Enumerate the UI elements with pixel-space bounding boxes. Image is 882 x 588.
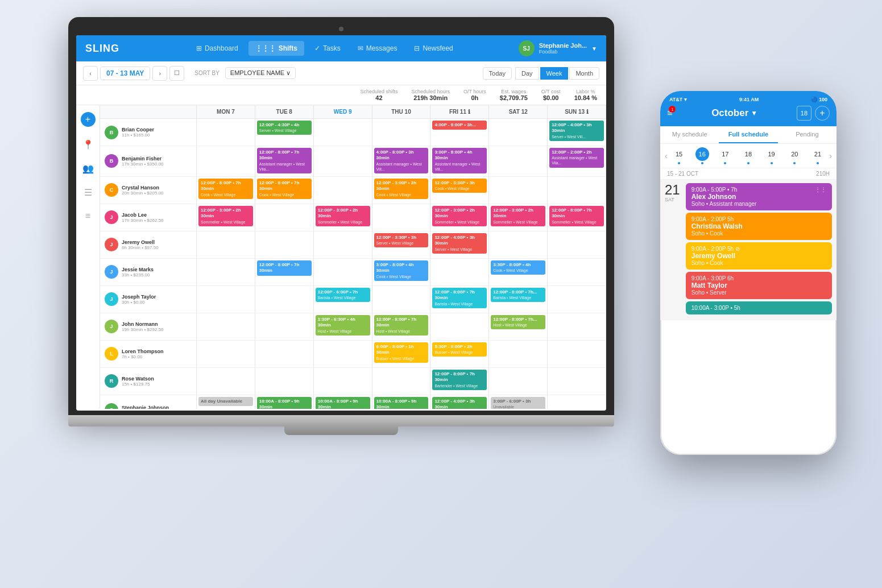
shift-block-7-3[interactable]: 12:00P - 8:00P • 7h 30minHost • West Vil… xyxy=(374,315,429,336)
emp-name-0: Brian Cooper xyxy=(122,127,154,132)
next-week-button[interactable]: › xyxy=(152,66,167,81)
shift-cell-3-0: 12:00P - 3:00P • 2h 30minSommelier • Wes… xyxy=(197,204,255,231)
shift-block-0-6[interactable]: 12:00P - 4:00P • 3h 30minServer • West V… xyxy=(549,121,604,141)
phone-day-16[interactable]: 16 xyxy=(695,147,709,164)
shift-block-6-4[interactable]: 12:00P - 8:00P • 7h 30minBarista • West … xyxy=(432,288,487,308)
shift-block-10-2[interactable]: 10:00A - 8:00P • 9h 30minAssistant manag… xyxy=(316,397,370,409)
shift-block-2-3[interactable]: 12:00P - 3:00P • 2h 30minCook • West Vil… xyxy=(374,179,429,199)
emp-name-8: Loren Thompson xyxy=(122,349,164,354)
phone-day-20[interactable]: 20 xyxy=(788,147,801,164)
shift-block-1-4[interactable]: 3:00P - 8:00P • 4h 30minAssistant manage… xyxy=(432,148,487,173)
phone-filter-btn[interactable]: ≡ 1 xyxy=(667,108,672,118)
phone-day-18[interactable]: 18 xyxy=(742,147,755,164)
shift-block-4-3[interactable]: 12:00P - 3:30P • 3hServer • West Village xyxy=(374,233,429,247)
shift-cell-6-1 xyxy=(255,286,314,313)
shift-cell-10-4: 12:00P - 4:00P • 3h 30minAssistant manag… xyxy=(430,395,489,409)
shift-block-3-4[interactable]: 12:00P - 3:00P • 2h 30minSommelier • Wes… xyxy=(432,206,487,226)
date-range[interactable]: 07 - 13 MAY xyxy=(100,67,150,80)
phone-day-15[interactable]: 15 xyxy=(672,147,686,164)
nav-shifts[interactable]: ⋮⋮⋮ Shifts xyxy=(249,41,304,56)
shift-block-7-5[interactable]: 12:00P - 8:00P • 7h...Host • West Villag… xyxy=(491,315,545,329)
phone-schedule-area: 21 SAT 9:00A - 5:00P • 7h⋮⋮ Alex Johnson… xyxy=(660,180,837,320)
shift-block-10-4[interactable]: 12:00P - 4:00P • 3h 30minAssistant manag… xyxy=(432,397,487,409)
shift-block-9-4[interactable]: 12:00P - 8:00P • 7h 30minBartender • Wes… xyxy=(432,370,487,390)
schedule-grid: MON 7 TUE 8 WED 9 THU 10 FRI 11 ℹ SAT 12… xyxy=(100,105,606,409)
shift-block-6-5[interactable]: 12:00P - 8:00P • 7h...Barista • West Vil… xyxy=(491,288,545,302)
shift-block-4-4[interactable]: 12:00P - 4:00P • 3h 30minServer • West V… xyxy=(432,233,487,254)
emp-avatar-0: B xyxy=(105,126,118,139)
nav-newsfeed[interactable]: ⊟ Newsfeed xyxy=(407,41,459,56)
shift-block-2-1[interactable]: 12:00P - 8:00P • 7h 30minCook • West Vil… xyxy=(257,179,312,199)
phone-month-label: October xyxy=(711,107,748,119)
shift-block-1-3[interactable]: 4:00P - 8:00P • 3h 30minAssistant manage… xyxy=(374,148,429,173)
shift-block-1-6[interactable]: 12:00P - 2:00P • 2hAssistant manager • W… xyxy=(549,148,604,168)
stat-scheduled-shifts: Scheduled shifts 42 xyxy=(360,89,397,101)
phone-day-21[interactable]: 21 xyxy=(811,147,825,164)
tab-pending[interactable]: Pending xyxy=(778,126,837,143)
filter-icon[interactable]: ≡ xyxy=(80,208,97,225)
shift-card-2[interactable]: 9:00A - 2:00P 5h ⊘ Jeremy Owell Soho • C… xyxy=(686,242,832,270)
add-shift-button[interactable]: + xyxy=(81,112,96,127)
month-button[interactable]: Month xyxy=(569,67,599,80)
tab-full-schedule[interactable]: Full schedule xyxy=(719,126,777,143)
shift-block-8-4[interactable]: 5:30P - 8:00P • 2hBusser • West Village xyxy=(432,342,487,357)
today-button[interactable]: Today xyxy=(483,67,512,80)
next-week-icon[interactable]: › xyxy=(829,151,832,160)
phone-week-nav: ‹ 15 16 17 18 19 xyxy=(660,144,837,168)
shift-card-1[interactable]: 9:00A - 2:00P 5h Christina Walsh Soho • … xyxy=(686,213,832,240)
shift-block-10-5[interactable]: 3:00P - 6:00P • 3hUnavailable xyxy=(491,397,545,409)
shift-block-1-1[interactable]: 12:00P - 8:00P • 7h 30minAssistant manag… xyxy=(257,148,312,173)
shift-block-10-0[interactable]: All day Unavailable xyxy=(198,397,253,406)
tab-my-schedule[interactable]: My schedule xyxy=(660,126,719,143)
shift-cell-9-1 xyxy=(255,368,314,395)
shift-card-0[interactable]: 9:00A - 5:00P • 7h⋮⋮ Alex Johnson Soho •… xyxy=(686,183,832,210)
shift-block-5-3[interactable]: 3:00P - 8:00P • 4h 30minCook • West Vill… xyxy=(374,260,429,281)
phone-day-17[interactable]: 17 xyxy=(718,147,732,164)
shift-block-2-4[interactable]: 12:00P - 3:30P • 3hCook • West Village xyxy=(432,179,487,193)
calendar-button[interactable]: ☐ xyxy=(169,66,184,81)
emp-avatar-1: B xyxy=(105,154,118,168)
people-icon[interactable]: 👥 xyxy=(80,160,97,177)
prev-week-button[interactable]: ‹ xyxy=(83,66,98,81)
sort-dropdown[interactable]: EMPLOYEE NAME ∨ xyxy=(225,67,296,79)
shift-block-10-1[interactable]: 10:00A - 8:00P • 9h 30minAssistant manag… xyxy=(257,397,312,409)
shift-block-0-4[interactable]: 4:00P - 8:00P • 3h... xyxy=(432,121,487,130)
emp-info-0: Brian Cooper 11h • $165.00 xyxy=(122,127,154,138)
shift-block-2-0[interactable]: 12:00P - 8:00P • 7h 30minCook • West Vil… xyxy=(198,179,253,199)
shift-block-3-6[interactable]: 12:00P - 8:00P • 7h 30minSommelier • Wes… xyxy=(549,206,604,226)
shift-block-0-1[interactable]: 12:00P - 4:30P • 4hServer • West Village xyxy=(257,121,312,135)
nav-messages[interactable]: ✉ Messages xyxy=(351,41,404,56)
nav-dashboard[interactable]: ⊞ Dashboard xyxy=(189,41,245,56)
shift-block-5-5[interactable]: 3:30P - 8:00P • 4hCook • West Village xyxy=(491,260,545,275)
shift-block-3-5[interactable]: 12:00P - 3:00P • 2h 30minSommelier • Wes… xyxy=(491,206,545,226)
shift-block-7-2[interactable]: 1:30P - 6:30P • 4h 30minHost • West Vill… xyxy=(316,315,370,336)
nav-tasks[interactable]: ✓ Tasks xyxy=(308,41,347,56)
shift-block-3-0[interactable]: 12:00P - 3:00P • 2h 30minSommelier • Wes… xyxy=(198,206,253,226)
phone-day-19[interactable]: 19 xyxy=(765,147,779,164)
week-button[interactable]: Week xyxy=(540,67,569,80)
shift-card-4[interactable]: 10:00A - 3:00P • 5h xyxy=(686,301,832,314)
phone-month-row: ≡ 1 October ▼ 18 + xyxy=(667,106,830,121)
phone-frame: AT&T ▾ 9:41 AM 🔵 100 ≡ 1 October ▼ 18 + xyxy=(660,91,837,455)
shift-card-3[interactable]: 9:00A - 3:00P 6h Matt Taylor Soho • Serv… xyxy=(686,272,832,299)
emp-info-1: Benjamin Fisher 17h 30min • $350.00 xyxy=(122,156,164,167)
stat-ot-cost: O/T cost $0.00 xyxy=(541,89,561,101)
emp-avatar-9: R xyxy=(105,374,118,388)
shift-cell-8-6 xyxy=(548,341,606,368)
shift-block-8-3[interactable]: 6:00P - 8:00P • 1h 30minBusser • West Vi… xyxy=(374,342,429,363)
day-button[interactable]: Day xyxy=(515,67,539,80)
shift-cell-5-0 xyxy=(197,259,255,286)
shift-cell-7-4 xyxy=(430,313,489,341)
calendar-icon-btn[interactable]: 18 xyxy=(797,106,811,121)
add-shift-phone-button[interactable]: + xyxy=(815,106,830,121)
shift-block-10-3[interactable]: 10:00A - 8:00P • 9h 30minAssistant manag… xyxy=(374,397,429,409)
shift-block-6-2[interactable]: 12:00P - 6:00P • 7hBarista • West Villag… xyxy=(316,288,370,302)
shift-block-5-1[interactable]: 12:00P - 8:00P • 7h 30min xyxy=(257,260,312,276)
stat-labor: Labor % 10.84 % xyxy=(574,89,597,101)
list-icon[interactable]: ☰ xyxy=(80,184,97,201)
shift-cell-5-3: 3:00P - 8:00P • 4h 30minCook • West Vill… xyxy=(372,259,431,286)
location-icon[interactable]: 📍 xyxy=(80,136,97,153)
chevron-down-icon[interactable]: ▼ xyxy=(751,109,757,117)
employee-row-10: S Stephanie Johnson 40h • $800.00 xyxy=(100,395,197,409)
shift-block-3-2[interactable]: 12:00P - 3:00P • 2h 30minSommelier • Wes… xyxy=(316,206,370,226)
